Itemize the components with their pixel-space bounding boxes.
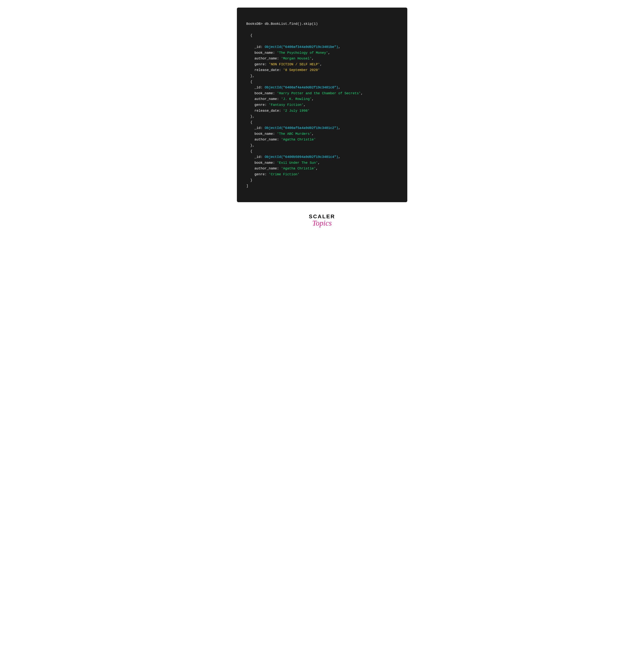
command-prompt: BooksDB> db.BookList.find().skip(1) (246, 22, 318, 26)
logo-section: SCALER Topics (309, 214, 335, 228)
open-bracket: { (246, 33, 252, 37)
record-1: _id: ObjectId("6400af344a9d02f19c3401be"… (246, 45, 363, 188)
terminal-window: BooksDB> db.BookList.find().skip(1) { _i… (237, 8, 407, 202)
code-content: BooksDB> db.BookList.find().skip(1) { _i… (246, 15, 398, 195)
topics-text: Topics (312, 219, 332, 228)
